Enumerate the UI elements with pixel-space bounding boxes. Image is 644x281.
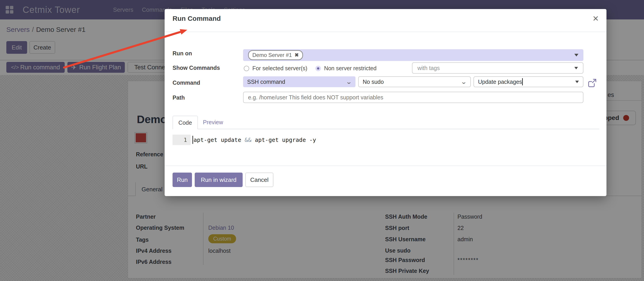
code-line-number: 1 xyxy=(172,135,190,145)
screen: Cetmix Tower Servers Commands Files Tool… xyxy=(0,0,644,281)
run-button[interactable]: Run xyxy=(172,173,192,187)
run-on-field[interactable]: Demo Server #1 ✖ xyxy=(243,49,584,61)
tab-code[interactable]: Code xyxy=(172,116,198,129)
open-record-external-link-icon[interactable] xyxy=(588,78,597,88)
sudo-select[interactable]: No sudo ⌄ xyxy=(358,76,471,87)
run-on-label: Run on xyxy=(172,50,192,57)
text-cursor xyxy=(522,78,523,85)
modal-title: Run Command xyxy=(172,15,221,22)
code-editor[interactable]: 1 apt-get update && apt-get upgrade -y xyxy=(172,135,599,145)
cancel-button[interactable]: Cancel xyxy=(245,173,274,187)
tags-filter-select[interactable]: with tags xyxy=(412,62,584,74)
radio-non-server-restricted[interactable] xyxy=(316,66,321,71)
radio-for-selected-servers[interactable] xyxy=(244,66,249,71)
radio-non-server-restricted-label[interactable]: Non server restricted xyxy=(324,65,376,72)
path-input[interactable] xyxy=(243,92,584,103)
run-on-caret-icon[interactable] xyxy=(574,54,578,56)
modal-footer-divider xyxy=(164,166,606,166)
modal-header-divider xyxy=(164,32,606,32)
radio-for-selected-servers-label[interactable]: For selected server(s) xyxy=(252,65,307,72)
close-icon[interactable]: ✕ xyxy=(592,14,599,23)
command-label: Command xyxy=(172,79,200,86)
run-command-modal: Run Command ✕ Run on Demo Server #1 ✖ Sh… xyxy=(164,9,606,196)
tabs-underline xyxy=(172,129,599,129)
sudo-chevron-icon: ⌄ xyxy=(460,78,467,85)
command-type-select[interactable]: SSH command ⌄ xyxy=(243,76,356,87)
command-combobox[interactable]: Update packages xyxy=(474,76,584,87)
tags-filter-caret-icon xyxy=(574,67,578,69)
command-caret-icon xyxy=(575,81,579,83)
code-cursor xyxy=(192,136,193,144)
path-label: Path xyxy=(172,94,185,101)
run-in-wizard-button[interactable]: Run in wizard xyxy=(195,173,243,187)
code-line: apt-get update && apt-get upgrade -y xyxy=(194,135,316,145)
command-type-chevron-icon: ⌄ xyxy=(346,78,352,85)
show-commands-label: Show Commands xyxy=(172,65,220,71)
remove-tag-icon[interactable]: ✖ xyxy=(295,52,299,58)
tab-preview[interactable]: Preview xyxy=(198,116,228,129)
server-tag-pill: Demo Server #1 ✖ xyxy=(248,50,303,60)
